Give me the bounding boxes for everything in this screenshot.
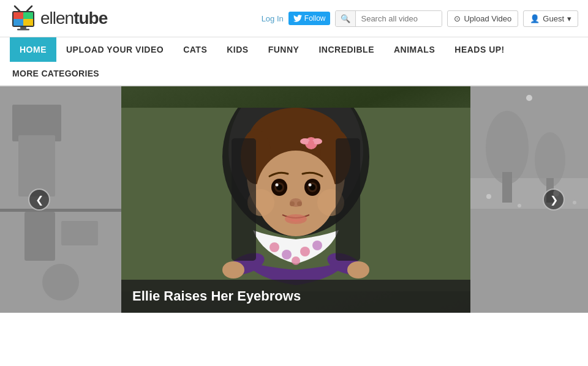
nav-bottom-row: MORE CATEGORIES [10,62,578,85]
logo-text: ellentube [40,9,107,28]
nav-item-animals[interactable]: ANIMALS [384,37,445,62]
nav-item-kids[interactable]: KIDS [217,37,258,62]
svg-rect-20 [502,172,512,203]
svg-rect-66 [232,138,256,261]
logo: ellentube [10,5,107,32]
header: ellentube Log In Follow 🔍 ⊙ Upload Video… [0,0,588,37]
carousel-center-panel [121,86,470,313]
svg-line-7 [27,6,32,11]
nav-item-home[interactable]: HOME [10,37,56,62]
left-scene-svg [0,86,121,313]
twitter-follow-label: Follow [304,14,326,23]
carousel: ❮ ❯ Ellie Raises Her Eyebrows [0,86,588,313]
svg-point-49 [276,184,279,187]
chevron-down-icon: ▾ [567,14,571,23]
svg-rect-12 [18,135,55,196]
svg-point-25 [518,204,521,207]
svg-point-60 [312,241,322,250]
chevron-left-icon: ❮ [36,194,43,206]
upload-icon: ⊙ [454,14,461,23]
carousel-dot-indicator [526,95,532,101]
svg-point-57 [270,242,279,252]
svg-point-59 [300,247,310,256]
svg-point-61 [292,256,300,265]
svg-point-54 [285,214,307,224]
nav-top-row: HOME UPLOAD YOUR VIDEO CATS KIDS FUNNY I… [10,37,578,62]
svg-point-52 [290,201,295,206]
nav-item-incredible[interactable]: INCREDIBLE [309,37,384,62]
logo-icon [10,5,37,32]
search-area: 🔍 [335,10,442,27]
nav-item-heads-up[interactable]: HEADS UP! [445,37,514,62]
carousel-caption: Ellie Raises Her Eyebrows [121,280,470,313]
svg-rect-2 [13,12,23,19]
svg-rect-15 [61,221,98,245]
svg-rect-23 [470,209,588,313]
header-right: Log In Follow 🔍 ⊙ Upload Video 👤 Guest ▾ [262,10,578,27]
nav-item-cats[interactable]: CATS [173,37,217,62]
svg-point-27 [573,201,576,204]
more-categories-link[interactable]: MORE CATEGORIES [12,69,99,78]
svg-rect-4 [13,19,23,26]
twitter-icon [293,15,302,22]
svg-rect-67 [336,138,360,261]
login-link[interactable]: Log In [262,14,284,23]
svg-line-6 [15,6,20,11]
carousel-right-image [470,86,588,313]
nav-item-upload-your-video[interactable]: UPLOAD YOUR VIDEO [56,37,173,62]
user-icon: 👤 [530,14,540,23]
svg-point-39 [308,140,314,146]
navigation: HOME UPLOAD YOUR VIDEO CATS KIDS FUNNY I… [0,37,588,86]
carousel-caption-text: Ellie Raises Her Eyebrows [132,288,301,304]
right-scene-svg [470,86,588,313]
twitter-follow-button[interactable]: Follow [288,12,331,25]
svg-point-58 [282,250,292,260]
search-input[interactable] [356,11,442,26]
guest-button[interactable]: 👤 Guest ▾ [523,10,578,27]
svg-rect-8 [20,27,26,29]
svg-point-65 [347,261,369,278]
svg-point-50 [309,184,312,187]
carousel-main-image [121,86,470,313]
svg-point-24 [486,194,491,199]
nav-item-funny[interactable]: FUNNY [258,37,309,62]
carousel-right-panel [470,86,588,313]
carousel-prev-button[interactable]: ❮ [28,189,50,211]
carousel-next-button[interactable]: ❯ [543,189,565,211]
upload-video-button[interactable]: ⊙ Upload Video [447,10,518,27]
chevron-right-icon: ❯ [550,194,558,206]
carousel-left-image [0,86,121,313]
svg-rect-14 [24,212,55,261]
baby-scene-svg [121,108,470,291]
svg-point-64 [222,261,244,278]
svg-point-16 [42,264,79,301]
search-button[interactable]: 🔍 [336,11,356,26]
svg-point-53 [297,201,302,206]
carousel-left-panel [0,86,121,313]
svg-rect-9 [17,29,29,31]
search-icon: 🔍 [341,14,350,23]
svg-rect-5 [23,19,33,26]
svg-rect-13 [0,209,121,212]
svg-rect-3 [23,12,33,19]
